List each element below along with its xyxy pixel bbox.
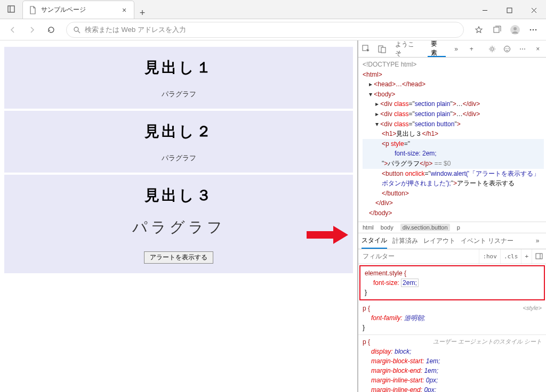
dom-line[interactable]: <h1>見出し３</h1> bbox=[363, 129, 544, 139]
dom-line[interactable]: ▸ <div class="section plain">…</div> bbox=[363, 99, 544, 109]
para-3: パラグラフ bbox=[4, 217, 353, 238]
cls-button[interactable]: .cls bbox=[500, 249, 521, 264]
styles-tab-computed[interactable]: 計算済み bbox=[392, 236, 418, 246]
dom-line[interactable]: </button> bbox=[363, 189, 544, 199]
styles-filter: :hov .cls + bbox=[358, 249, 546, 264]
dom-line[interactable]: </div> bbox=[363, 198, 544, 208]
dom-line[interactable]: </body> bbox=[363, 208, 544, 218]
address-placeholder: 検索または Web アドレスを入力 bbox=[85, 25, 186, 35]
hov-button[interactable]: :hov bbox=[479, 249, 500, 264]
devtools-panel: ようこそ 要素 » + ⋯ × <!DOCTYPE html> <html> ▸… bbox=[357, 40, 546, 392]
browser-toolbar: 検索または Web アドレスを入力 bbox=[0, 19, 546, 40]
tab-actions-icon[interactable] bbox=[0, 0, 22, 19]
styles-rules: element.style { font-size: 2em; } <style… bbox=[358, 264, 546, 393]
window-close-button[interactable] bbox=[521, 2, 546, 19]
section-2: 見出し２ パラグラフ bbox=[4, 111, 353, 173]
svg-point-17 bbox=[491, 47, 493, 50]
svg-rect-21 bbox=[536, 254, 542, 259]
search-icon bbox=[73, 26, 81, 34]
dom-style-line[interactable]: font-size: 2em; bbox=[363, 149, 544, 159]
dom-line[interactable]: ▾ <body> bbox=[363, 89, 544, 100]
styles-tab-listeners[interactable]: イベント リスナー bbox=[461, 236, 513, 246]
dom-line[interactable]: <button onclick="window.alert('「アラートを表示す… bbox=[363, 169, 544, 189]
device-icon[interactable] bbox=[377, 44, 387, 54]
window-titlebar: サンプルページ × + bbox=[0, 0, 546, 19]
svg-rect-3 bbox=[507, 8, 512, 13]
window-maximize-button[interactable] bbox=[497, 2, 521, 19]
address-bar[interactable]: 検索または Web アドレスを入力 bbox=[66, 22, 464, 38]
breadcrumb[interactable]: html body div.section.button p bbox=[358, 222, 546, 233]
dom-line[interactable]: ▾ <div class="section button"> bbox=[363, 119, 544, 129]
svg-point-18 bbox=[504, 46, 510, 52]
dom-line[interactable]: ">パラグラフ</p> == $0 bbox=[363, 159, 544, 169]
add-tab-icon[interactable]: + bbox=[467, 44, 477, 54]
crumb-body[interactable]: body bbox=[381, 224, 394, 231]
svg-point-19 bbox=[506, 48, 507, 49]
section-1: 見出し１ パラグラフ bbox=[4, 47, 353, 109]
devtools-tabbar: ようこそ 要素 » + ⋯ × bbox=[358, 40, 546, 58]
heading-3: 見出し３ bbox=[4, 185, 353, 206]
rule-element-style[interactable]: element.style { font-size: 2em; } bbox=[359, 265, 545, 300]
back-button[interactable] bbox=[4, 21, 21, 38]
favorites-button[interactable] bbox=[470, 21, 487, 38]
inspect-icon[interactable] bbox=[362, 44, 372, 54]
svg-point-11 bbox=[530, 29, 532, 30]
dom-line[interactable]: ▸ <div class="section plain">…</div> bbox=[363, 109, 544, 119]
filter-input[interactable] bbox=[358, 252, 479, 260]
styles-tab-styles[interactable]: スタイル bbox=[362, 233, 387, 249]
heading-2: 見出し２ bbox=[4, 121, 353, 142]
dom-line[interactable]: <!DOCTYPE html> bbox=[363, 60, 544, 70]
devtools-tab-welcome[interactable]: ようこそ bbox=[392, 40, 422, 57]
svg-point-13 bbox=[535, 29, 537, 30]
page-icon bbox=[28, 6, 37, 14]
heading-1: 見出し１ bbox=[4, 58, 353, 78]
crumb-p[interactable]: p bbox=[457, 224, 460, 231]
collections-button[interactable] bbox=[488, 21, 505, 38]
styles-tabbar: スタイル 計算済み レイアウト イベント リスナー » bbox=[358, 233, 546, 249]
rule-p-style[interactable]: <style> p { font-family: 游明朝; } bbox=[358, 301, 546, 335]
para-1: パラグラフ bbox=[4, 89, 353, 99]
svg-point-20 bbox=[508, 48, 509, 49]
forward-button[interactable] bbox=[23, 21, 41, 38]
feedback-icon[interactable] bbox=[502, 44, 512, 54]
tab-close-icon[interactable]: × bbox=[120, 6, 129, 14]
section-3: 見出し３ パラグラフ アラートを表示する bbox=[4, 175, 353, 273]
more-style-tabs-icon[interactable]: » bbox=[532, 235, 543, 246]
dom-line[interactable]: ▸ <head>…</head> bbox=[363, 79, 544, 89]
dom-line[interactable]: <html> bbox=[363, 70, 544, 80]
new-tab-button[interactable]: + bbox=[134, 7, 150, 19]
window-minimize-button[interactable] bbox=[472, 2, 497, 19]
devtools-menu-icon[interactable]: ⋯ bbox=[518, 44, 528, 54]
crumb-html[interactable]: html bbox=[363, 224, 374, 231]
para-2: パラグラフ bbox=[4, 153, 353, 163]
svg-rect-0 bbox=[8, 6, 14, 12]
reload-button[interactable] bbox=[43, 21, 60, 38]
svg-line-7 bbox=[78, 31, 80, 33]
page-content: 見出し１ パラグラフ 見出し２ パラグラフ 見出し３ パラグラフ アラートを表示… bbox=[0, 40, 357, 392]
dom-line-selected[interactable]: <p style=" bbox=[363, 139, 544, 149]
svg-point-12 bbox=[533, 29, 534, 30]
alert-button[interactable]: アラートを表示する bbox=[144, 251, 213, 264]
svg-rect-16 bbox=[381, 47, 386, 53]
new-rule-button[interactable]: + bbox=[521, 249, 532, 264]
rule-p-ua[interactable]: ユーザー エージェントのスタイル シート p { display: block;… bbox=[358, 335, 546, 393]
devtools-close-icon[interactable]: × bbox=[533, 44, 543, 54]
devtools-tab-elements[interactable]: 要素 bbox=[428, 40, 446, 57]
crumb-div[interactable]: div.section.button bbox=[400, 224, 450, 231]
dom-tree[interactable]: <!DOCTYPE html> <html> ▸ <head>…</head> … bbox=[358, 58, 546, 222]
svg-point-10 bbox=[513, 27, 517, 30]
menu-button[interactable] bbox=[525, 21, 542, 38]
profile-button[interactable] bbox=[507, 21, 524, 38]
styles-tab-layout[interactable]: レイアウト bbox=[423, 236, 455, 246]
sidebar-toggle-icon[interactable] bbox=[532, 249, 546, 264]
tab-title: サンプルページ bbox=[41, 5, 116, 14]
svg-rect-8 bbox=[494, 27, 499, 32]
svg-point-6 bbox=[74, 27, 78, 31]
more-tabs-icon[interactable]: » bbox=[451, 44, 461, 54]
settings-icon[interactable] bbox=[487, 44, 497, 54]
annotation-arrow bbox=[307, 226, 349, 244]
browser-tab[interactable]: サンプルページ × bbox=[22, 1, 134, 19]
